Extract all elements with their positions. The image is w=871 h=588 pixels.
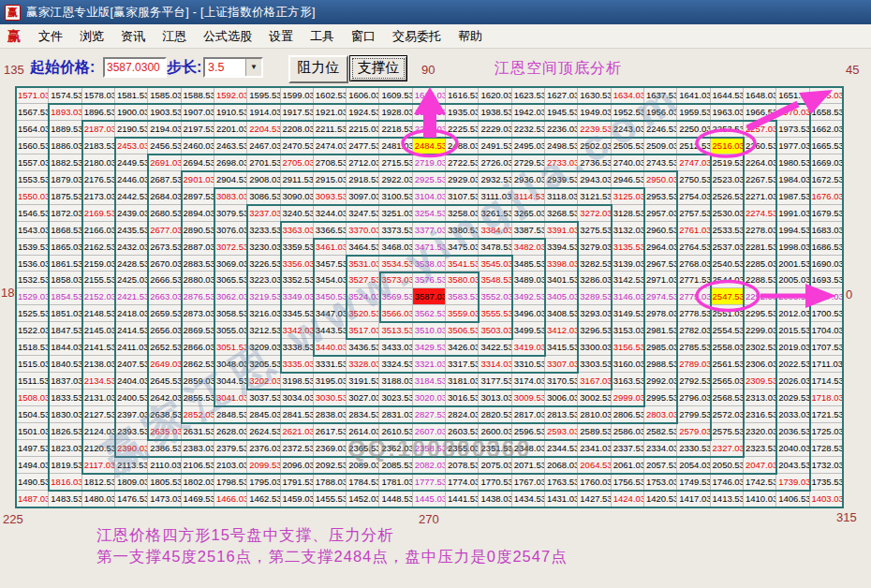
grid-cell[interactable]: 3538.03	[413, 256, 446, 272]
grid-cell[interactable]: 3090.03	[281, 188, 314, 205]
grid-cell[interactable]: 2204.53	[247, 121, 280, 138]
grid-cell[interactable]: 2484.53	[413, 138, 446, 154]
grid-cell[interactable]: 2435.53	[115, 222, 148, 239]
grid-cell[interactable]: 1770.53	[479, 474, 511, 491]
grid-cell[interactable]: 2946.53	[612, 171, 644, 188]
grid-cell[interactable]: 2225.53	[446, 121, 479, 138]
grid-cell[interactable]: 1704.03	[810, 322, 843, 339]
grid-cell[interactable]: 3023.53	[379, 390, 412, 406]
grid-cell[interactable]: 3296.53	[578, 322, 611, 339]
grid-cell[interactable]: 3359.53	[281, 239, 314, 256]
grid-cell[interactable]: 1455.53	[314, 491, 347, 507]
grid-cell[interactable]: 1476.53	[115, 491, 148, 507]
grid-cell[interactable]: 3489.03	[512, 272, 545, 288]
grid-cell[interactable]: 1893.03	[49, 104, 81, 121]
grid-cell[interactable]: 2197.53	[182, 121, 214, 138]
grid-cell[interactable]: 2778.53	[677, 305, 710, 322]
grid-cell[interactable]: 1917.53	[281, 104, 314, 121]
grid-cell[interactable]: 2649.03	[148, 356, 181, 373]
menu-item-9[interactable]: 帮助	[450, 28, 491, 45]
grid-cell[interactable]: 1532.53	[16, 272, 49, 288]
grid-cell[interactable]: 1760.03	[578, 474, 611, 491]
grid-cell[interactable]: 1420.53	[644, 491, 677, 507]
grid-cell[interactable]: 2876.53	[182, 288, 214, 305]
grid-cell[interactable]: 1942.03	[512, 104, 545, 121]
grid-cell[interactable]: 2908.03	[247, 171, 280, 188]
grid-cell[interactable]: 1459.03	[281, 491, 314, 507]
grid-cell[interactable]: 2806.53	[612, 406, 644, 423]
grid-cell[interactable]: 1889.53	[49, 121, 81, 138]
grid-cell[interactable]: 2855.53	[182, 390, 214, 406]
grid-cell[interactable]: 2638.53	[148, 406, 181, 423]
grid-cell[interactable]: 1945.53	[545, 104, 578, 121]
grid-cell[interactable]: 2096.03	[281, 457, 314, 474]
grid-cell[interactable]: 2236.03	[545, 121, 578, 138]
grid-cell[interactable]: 1742.53	[744, 474, 776, 491]
grid-cell[interactable]: 1560.53	[16, 138, 49, 154]
grid-cell[interactable]: 1595.53	[247, 87, 280, 104]
grid-cell[interactable]: 2628.03	[214, 423, 247, 440]
grid-cell[interactable]: 2148.53	[82, 305, 115, 322]
grid-cell[interactable]: 1805.53	[148, 474, 181, 491]
grid-cell[interactable]: 2771.53	[677, 272, 710, 288]
grid-cell[interactable]: 2414.53	[115, 322, 148, 339]
grid-cell[interactable]: 2285.03	[744, 256, 776, 272]
grid-cell[interactable]: 2726.03	[479, 154, 511, 171]
grid-cell[interactable]: 1819.53	[49, 457, 81, 474]
grid-cell[interactable]: 3153.03	[612, 322, 644, 339]
menu-item-1[interactable]: 浏览	[71, 28, 112, 45]
grid-cell[interactable]: 2474.03	[314, 138, 347, 154]
grid-cell[interactable]: 2509.03	[644, 138, 677, 154]
grid-cell[interactable]: 2390.03	[115, 440, 148, 457]
grid-cell[interactable]: 2775.03	[677, 288, 710, 305]
grid-cell[interactable]: 2264.03	[744, 154, 776, 171]
grid-cell[interactable]: 3342.03	[281, 322, 314, 339]
grid-cell[interactable]: 2348.03	[512, 440, 545, 457]
grid-cell[interactable]: 2421.53	[115, 288, 148, 305]
grid-cell[interactable]: 1494.03	[16, 457, 49, 474]
grid-cell[interactable]: 1921.03	[314, 104, 347, 121]
grid-cell[interactable]: 2334.03	[644, 440, 677, 457]
grid-cell[interactable]: 2138.03	[82, 356, 115, 373]
grid-cell[interactable]: 2708.53	[314, 154, 347, 171]
grid-cell[interactable]: 3419.03	[512, 339, 545, 356]
grid-cell[interactable]: 3426.03	[446, 339, 479, 356]
grid-cell[interactable]: 1935.03	[446, 104, 479, 121]
grid-cell[interactable]: 3034.03	[281, 390, 314, 406]
grid-cell[interactable]: 3471.53	[413, 239, 446, 256]
grid-cell[interactable]: 1788.03	[314, 474, 347, 491]
grid-cell[interactable]: 2992.03	[644, 373, 677, 390]
grid-cell[interactable]: 1574.53	[49, 87, 81, 104]
grid-cell[interactable]: 2460.03	[182, 138, 214, 154]
grid-cell[interactable]: 1816.03	[49, 474, 81, 491]
grid-cell[interactable]: 2218.53	[379, 121, 412, 138]
grid-cell[interactable]: 1938.53	[479, 104, 511, 121]
grid-cell[interactable]: 3527.53	[347, 272, 379, 288]
grid-cell[interactable]: 2869.53	[182, 322, 214, 339]
grid-cell[interactable]: 2845.03	[247, 406, 280, 423]
grid-cell[interactable]: 2834.53	[347, 406, 379, 423]
grid-cell[interactable]: 2943.03	[578, 171, 611, 188]
grid-cell[interactable]: 2222.03	[413, 121, 446, 138]
grid-cell[interactable]: 3237.03	[247, 205, 280, 222]
grid-cell[interactable]: 3506.53	[446, 322, 479, 339]
grid-cell[interactable]: 2113.53	[115, 457, 148, 474]
grid-cell[interactable]: 1812.53	[82, 474, 115, 491]
grid-cell[interactable]: 2831.03	[379, 406, 412, 423]
grid-cell[interactable]: 3009.53	[512, 390, 545, 406]
menu-item-5[interactable]: 设置	[260, 28, 302, 45]
grid-cell[interactable]: 2887.03	[182, 239, 214, 256]
grid-cell[interactable]: 3149.53	[612, 305, 644, 322]
grid-cell[interactable]: 2393.53	[115, 423, 148, 440]
grid-cell[interactable]: 2960.53	[644, 222, 677, 239]
menu-item-3[interactable]: 江恩	[154, 28, 195, 45]
grid-cell[interactable]: 3027.03	[347, 390, 379, 406]
grid-cell[interactable]: 1833.53	[49, 390, 81, 406]
grid-cell[interactable]: 2169.53	[82, 205, 115, 222]
grid-cell[interactable]: 3111.03	[479, 188, 511, 205]
grid-cell[interactable]: 3335.03	[281, 356, 314, 373]
grid-cell[interactable]: 2033.03	[776, 406, 809, 423]
grid-cell[interactable]: 1592.03	[214, 87, 247, 104]
grid-cell[interactable]: 1578.03	[82, 87, 115, 104]
grid-cell[interactable]: 2106.53	[182, 457, 214, 474]
